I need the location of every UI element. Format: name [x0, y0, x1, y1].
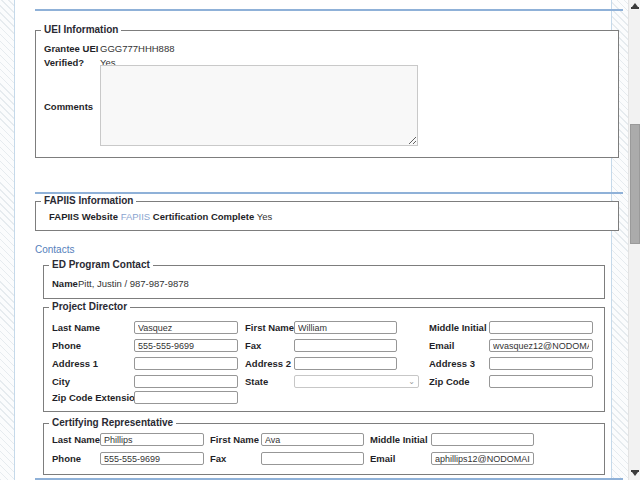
pd-address3-label: Address 3: [429, 358, 475, 369]
scroll-up-icon[interactable]: [629, 3, 640, 11]
pd-fax-input[interactable]: [294, 339, 397, 352]
verified-label: Verified?: [44, 57, 84, 68]
pd-zip-ext-label: Zip Code Extension: [52, 392, 141, 403]
cr-email-label: Email: [370, 453, 395, 464]
cr-email-input[interactable]: [431, 452, 534, 465]
scrollbar-thumb[interactable]: [630, 124, 640, 244]
pd-middle-initial-input[interactable]: [489, 321, 593, 334]
pd-state-select[interactable]: ⌄: [294, 375, 419, 388]
fapiis-section-legend: FAPIIS Information: [41, 195, 136, 206]
pd-city-label: City: [52, 376, 70, 387]
pd-phone-input[interactable]: [134, 339, 238, 352]
project-director-section: Project Director Last Name First Name Mi…: [43, 307, 605, 412]
cr-last-name-input[interactable]: [100, 433, 204, 446]
cr-middle-initial-input[interactable]: [431, 433, 534, 446]
pd-zip-ext-input[interactable]: [134, 391, 238, 404]
cr-phone-label: Phone: [52, 453, 81, 464]
pd-last-name-input[interactable]: [134, 321, 238, 334]
uei-section-legend: UEI Information: [41, 24, 121, 35]
vertical-scrollbar[interactable]: [628, 0, 640, 480]
pd-address3-input[interactable]: [489, 357, 593, 370]
pd-city-input[interactable]: [134, 375, 238, 388]
pd-email-label: Email: [429, 340, 454, 351]
page-background: UEI Information Grantee UEI GGG777HHH888…: [0, 0, 640, 480]
pd-first-name-input[interactable]: [294, 321, 397, 334]
cr-first-name-input[interactable]: [261, 433, 364, 446]
certification-complete-value: Yes: [257, 211, 273, 222]
ed-program-contact-section: ED Program Contact Name Pitt, Justin / 9…: [43, 265, 605, 299]
cr-fax-input[interactable]: [261, 452, 364, 465]
fapiis-website-link[interactable]: FAPIIS: [121, 211, 151, 222]
comments-textarea[interactable]: [100, 65, 418, 146]
comments-label: Comments: [44, 101, 93, 112]
grantee-uei-value: GGG777HHH888: [100, 43, 174, 54]
top-divider-line: [35, 9, 623, 11]
pd-state-label: State: [245, 376, 268, 387]
pd-address1-label: Address 1: [52, 358, 98, 369]
fapiis-website-label: FAPIIS Website: [49, 211, 118, 222]
pd-address2-input[interactable]: [294, 357, 397, 370]
pd-first-name-label: First Name: [245, 322, 294, 333]
pd-zip-input[interactable]: [489, 375, 593, 388]
certification-complete-label: Certification Complete: [153, 211, 254, 222]
pd-phone-label: Phone: [52, 340, 81, 351]
cr-phone-input[interactable]: [100, 452, 204, 465]
ed-program-contact-legend: ED Program Contact: [49, 259, 153, 270]
chevron-down-icon: ⌄: [408, 376, 415, 388]
pd-fax-label: Fax: [245, 340, 261, 351]
project-director-legend: Project Director: [49, 301, 130, 312]
content-area: UEI Information Grantee UEI GGG777HHH888…: [14, 0, 612, 480]
pd-zip-label: Zip Code: [429, 376, 470, 387]
pd-middle-initial-label: Middle Initial: [429, 322, 487, 333]
certifying-representative-section: Certifying Representative Last Name Firs…: [43, 423, 605, 475]
ed-name-label: Name: [52, 278, 78, 289]
cr-fax-label: Fax: [210, 453, 226, 464]
contacts-link[interactable]: Contacts: [35, 244, 74, 255]
pd-last-name-label: Last Name: [52, 322, 100, 333]
scroll-down-icon[interactable]: [629, 468, 640, 476]
cr-middle-initial-label: Middle Initial: [370, 434, 428, 445]
middle-divider-line: [35, 192, 623, 194]
fapiis-row: FAPIIS Website FAPIIS Certification Comp…: [49, 211, 272, 222]
uei-information-section: UEI Information Grantee UEI GGG777HHH888…: [35, 30, 619, 158]
ed-name-value: Pitt, Justin / 987-987-9878: [78, 278, 189, 289]
pd-address2-label: Address 2: [245, 358, 291, 369]
certifying-representative-legend: Certifying Representative: [49, 417, 176, 428]
fapiis-information-section: FAPIIS Information FAPIIS Website FAPIIS…: [35, 201, 619, 231]
cr-first-name-label: First Name: [210, 434, 259, 445]
pd-email-input[interactable]: [489, 339, 593, 352]
pd-address1-input[interactable]: [134, 357, 238, 370]
grantee-uei-label: Grantee UEI: [44, 43, 98, 54]
cr-last-name-label: Last Name: [52, 434, 100, 445]
